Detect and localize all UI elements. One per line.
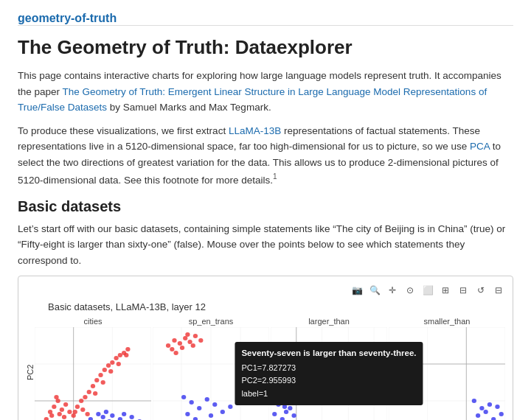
svg-point-35 [125, 347, 130, 351]
svg-point-83 [170, 347, 174, 351]
svg-point-92 [212, 402, 217, 407]
subplot-canvas-smaller-than[interactable]: 5 0 −5 −10 −10 −5 0 5 [389, 327, 505, 420]
svg-point-42 [108, 369, 113, 374]
svg-point-170 [409, 384, 414, 388]
svg-point-41 [101, 380, 105, 385]
svg-point-124 [361, 358, 366, 363]
svg-point-174 [479, 406, 484, 410]
chart-container: 📷 🔍 ✛ ⊙ ⬜ ⊞ ⊟ ↺ ⊟ Basic datasets, LLaMA-… [18, 276, 513, 420]
svg-point-11 [52, 405, 56, 409]
svg-point-82 [198, 338, 203, 343]
subplot-cities: cities [35, 317, 151, 420]
svg-point-31 [110, 360, 114, 365]
svg-point-127 [334, 377, 339, 381]
svg-point-91 [205, 397, 209, 402]
svg-point-85 [185, 332, 190, 337]
charts-grid: PC2 cities [26, 317, 505, 420]
svg-point-79 [183, 336, 187, 340]
svg-point-48 [101, 415, 105, 419]
svg-point-142 [282, 405, 287, 409]
svg-point-138 [288, 406, 292, 410]
svg-point-126 [377, 351, 381, 355]
svg-point-177 [484, 410, 488, 414]
svg-point-30 [106, 363, 111, 368]
svg-point-93 [221, 410, 225, 414]
svg-point-120 [330, 369, 335, 374]
zoom-in-icon[interactable]: ⊞ [439, 284, 452, 297]
chart-title: Basic datasets, LLaMA-13B, layer 12 [48, 301, 505, 312]
subplot-canvas-larger-than[interactable]: 10 5 0 −5 −5 0 5 10 Seventy [271, 327, 387, 420]
site-title[interactable]: geometry-of-truth [18, 12, 117, 24]
svg-point-168 [398, 377, 403, 381]
reset-icon[interactable]: ↺ [474, 284, 487, 297]
subplot-title-larger-than: larger_than [271, 317, 387, 326]
svg-point-13 [49, 413, 54, 418]
svg-point-26 [91, 384, 95, 388]
svg-point-90 [197, 406, 201, 410]
svg-point-32 [114, 356, 118, 360]
subplot-title-sp-en-trans: sp_en_trans [153, 317, 269, 326]
svg-point-23 [79, 399, 83, 403]
svg-point-29 [103, 368, 107, 372]
zoom-out-icon[interactable]: ⊟ [457, 284, 470, 297]
subplot-title-smaller-than: smaller_than [389, 317, 505, 326]
subplot-sp-en-trans: sp_en_trans [153, 317, 269, 420]
svg-point-135 [276, 402, 280, 407]
subplot-canvas-sp-en-trans[interactable]: 10 8 4 2 −18 −16 −12 −10 [153, 327, 269, 420]
svg-point-133 [381, 363, 386, 368]
svg-point-136 [284, 410, 288, 414]
settings-icon[interactable]: ⊟ [492, 284, 505, 297]
svg-point-84 [180, 346, 184, 350]
svg-point-165 [406, 373, 410, 377]
svg-point-20 [67, 410, 72, 414]
svg-point-132 [373, 356, 378, 360]
svg-point-81 [193, 334, 198, 338]
svg-point-49 [104, 410, 108, 414]
subplot-smaller-than: smaller_than [389, 317, 505, 420]
svg-point-164 [400, 363, 405, 368]
svg-point-44 [124, 353, 128, 357]
pan-icon[interactable]: ✛ [386, 284, 399, 297]
svg-point-96 [193, 417, 198, 420]
svg-point-33 [118, 353, 122, 357]
section-intro: Let’s start off with our basic datasets,… [18, 221, 513, 269]
svg-point-56 [130, 415, 134, 419]
page-container: geometry-of-truth The Geometry of Truth:… [0, 0, 531, 420]
svg-point-53 [118, 417, 122, 420]
pca-link[interactable]: PCA [470, 141, 490, 152]
svg-point-86 [191, 343, 195, 348]
svg-point-21 [62, 415, 66, 419]
svg-point-16 [54, 395, 58, 399]
svg-point-144 [272, 412, 277, 416]
svg-point-54 [122, 412, 126, 416]
footnote: 1 [273, 172, 277, 181]
subplots-row: cities [35, 317, 505, 420]
svg-point-43 [117, 362, 121, 366]
svg-point-24 [83, 395, 87, 399]
svg-point-28 [98, 373, 103, 377]
svg-point-137 [280, 417, 285, 420]
svg-point-40 [93, 391, 97, 396]
subplot-canvas-cities[interactable]: 20 10 0 −10 −10 0 10 −20 [35, 327, 151, 420]
chart-toolbar: 📷 🔍 ✛ ⊙ ⬜ ⊞ ⊟ ↺ ⊟ [26, 284, 505, 297]
svg-point-167 [417, 371, 422, 375]
llama-link[interactable]: LLaMA-13B [229, 125, 281, 136]
svg-point-37 [85, 412, 89, 416]
section-title: Basic datasets [18, 198, 513, 215]
svg-point-88 [181, 395, 186, 399]
svg-point-22 [75, 405, 80, 409]
zoom-icon[interactable]: 🔍 [368, 284, 381, 297]
svg-point-176 [476, 413, 480, 418]
svg-point-175 [487, 402, 492, 407]
lasso-icon[interactable]: ⊙ [403, 284, 417, 297]
select-icon[interactable]: ⬜ [421, 284, 434, 297]
svg-point-47 [96, 412, 100, 416]
intro-paragraph-1: This page contains interactive charts fo… [18, 68, 513, 116]
svg-point-178 [491, 417, 496, 420]
svg-point-121 [339, 362, 343, 366]
camera-icon[interactable]: 📷 [350, 284, 364, 297]
svg-point-125 [369, 365, 374, 370]
svg-point-130 [358, 368, 362, 372]
svg-point-27 [94, 378, 99, 382]
y-axis-label: PC2 [26, 317, 35, 420]
